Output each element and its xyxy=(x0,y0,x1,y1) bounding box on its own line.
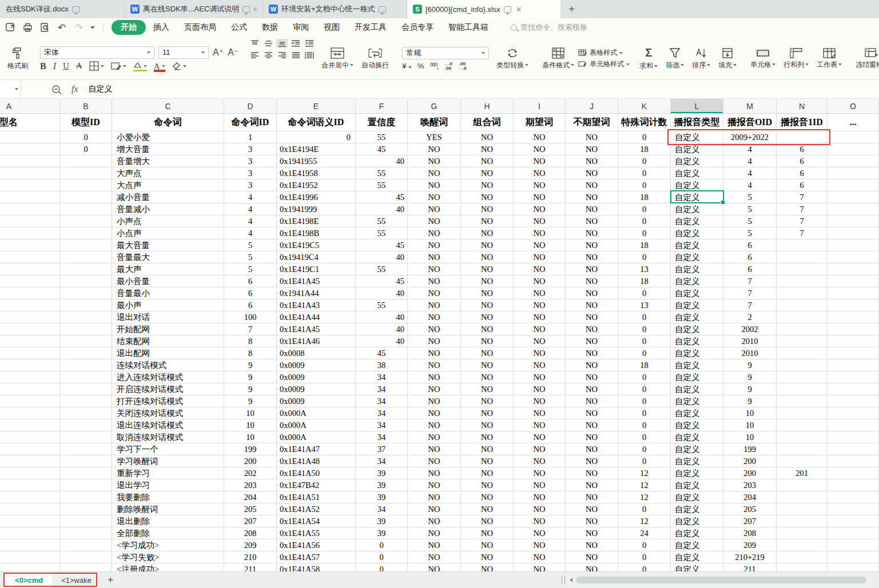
cell[interactable]: 12 xyxy=(618,491,671,503)
cell[interactable]: 连续对话模式 xyxy=(112,359,224,371)
cell[interactable]: 2010 xyxy=(723,335,777,347)
cell[interactable]: NO xyxy=(566,191,618,203)
worksheet-button[interactable]: 工作表 xyxy=(813,47,846,71)
cell[interactable]: 5 xyxy=(723,203,777,215)
monitor-icon[interactable] xyxy=(72,6,79,13)
cell[interactable] xyxy=(777,239,828,251)
cell[interactable] xyxy=(0,239,60,251)
strikethrough-button[interactable]: A xyxy=(76,61,82,71)
fill-button[interactable]: 填充 xyxy=(714,46,741,71)
font-size-select[interactable]: 11 xyxy=(158,46,209,59)
cell[interactable] xyxy=(60,419,112,431)
cell[interactable]: 200 xyxy=(224,455,277,467)
cell[interactable] xyxy=(828,491,879,503)
cell[interactable]: 自定义 xyxy=(671,347,723,359)
doc-tab-3[interactable]: W 环境安装+文档中心统一格式 xyxy=(263,0,407,18)
freeze-panes-button[interactable]: 冻结窗格 xyxy=(852,47,879,71)
menu-item-7[interactable]: 视图 xyxy=(316,20,347,35)
cell[interactable]: 自定义 xyxy=(671,191,723,203)
cell[interactable]: NO xyxy=(514,155,566,167)
cell[interactable]: NO xyxy=(408,311,461,323)
cell[interactable]: 最大音量 xyxy=(112,239,224,251)
bold-button[interactable]: B xyxy=(40,61,46,71)
cell[interactable] xyxy=(828,515,879,527)
cell[interactable]: 最大声 xyxy=(112,263,224,275)
wrap-text-button[interactable]: 自动换行 xyxy=(357,46,393,71)
cell[interactable] xyxy=(0,167,60,179)
cell[interactable] xyxy=(828,419,879,431)
cell[interactable]: 0x1E41A45 xyxy=(277,275,356,287)
cell[interactable]: 学习下一个 xyxy=(112,443,224,455)
cell[interactable]: NO xyxy=(514,299,566,311)
cell[interactable]: NO xyxy=(514,239,566,251)
cell[interactable]: 0 xyxy=(618,431,671,443)
menu-item-2[interactable]: 插入 xyxy=(146,20,177,35)
cell[interactable]: 0 xyxy=(618,323,671,335)
cell[interactable]: 39 xyxy=(356,527,408,539)
thousands-button[interactable]: 000, xyxy=(430,62,439,70)
cell[interactable] xyxy=(60,551,112,563)
cell[interactable]: NO xyxy=(408,299,461,311)
add-sheet-button[interactable]: + xyxy=(101,574,121,586)
cell[interactable]: NO xyxy=(514,167,566,179)
cell[interactable]: 7 xyxy=(777,191,828,203)
cell[interactable]: 自定义 xyxy=(671,371,723,383)
cell[interactable] xyxy=(777,527,828,539)
sort-button[interactable]: 排序 xyxy=(688,46,714,71)
cell[interactable]: 34 xyxy=(356,371,408,383)
undo-icon[interactable]: ↶ xyxy=(56,22,67,33)
align-right-button[interactable] xyxy=(276,51,288,60)
align-bottom-button[interactable] xyxy=(276,39,288,48)
align-top-button[interactable] xyxy=(249,39,260,48)
cell[interactable]: 55 xyxy=(356,167,408,179)
cell[interactable] xyxy=(0,263,60,275)
field-header[interactable]: 模型ID xyxy=(60,114,112,131)
cell[interactable] xyxy=(0,335,60,347)
cell[interactable]: 200 xyxy=(723,455,777,467)
cell[interactable]: 9 xyxy=(723,359,777,371)
cell[interactable]: NO xyxy=(566,407,618,419)
cell[interactable]: 结束配网 xyxy=(112,335,224,347)
cell[interactable]: NO xyxy=(566,467,618,479)
cell[interactable]: NO xyxy=(514,431,566,443)
cell[interactable]: NO xyxy=(514,443,566,455)
cell[interactable] xyxy=(828,311,879,323)
cell[interactable] xyxy=(60,263,112,275)
cell[interactable]: NO xyxy=(461,539,514,551)
cell[interactable] xyxy=(828,287,879,299)
cell[interactable]: 退出配网 xyxy=(112,347,224,359)
cell[interactable]: 音量最小 xyxy=(112,287,224,299)
cell[interactable]: 自定义 xyxy=(671,239,723,251)
cell[interactable]: NO xyxy=(566,203,618,215)
name-box[interactable] xyxy=(0,80,21,98)
cell[interactable]: 45 xyxy=(356,191,408,203)
cell[interactable]: NO xyxy=(408,467,461,479)
cell[interactable]: 0 xyxy=(618,311,671,323)
cell[interactable]: NO xyxy=(514,227,566,239)
cell[interactable]: 6 xyxy=(777,155,828,167)
cell[interactable]: 9 xyxy=(224,395,277,407)
cell[interactable]: 0x1E419C5 xyxy=(277,239,356,251)
cell[interactable]: NO xyxy=(566,239,618,251)
cell[interactable]: NO xyxy=(566,227,618,239)
cell[interactable]: 3 xyxy=(224,143,277,155)
cell[interactable]: 0 xyxy=(618,563,671,571)
cell[interactable]: NO xyxy=(461,335,514,347)
cell[interactable] xyxy=(0,179,60,191)
cell[interactable] xyxy=(0,551,60,563)
column-header-I[interactable]: I xyxy=(514,99,566,113)
cell[interactable]: NO xyxy=(461,551,514,563)
cell[interactable]: 18 xyxy=(618,191,671,203)
cell[interactable]: 0x0009 xyxy=(277,371,356,383)
cell[interactable]: NO xyxy=(461,347,514,359)
cell[interactable]: NO xyxy=(408,491,461,503)
cell[interactable]: 8 xyxy=(224,347,277,359)
cell[interactable]: 0 xyxy=(618,335,671,347)
zoom-formula-icon[interactable] xyxy=(51,83,62,95)
cell[interactable] xyxy=(60,179,112,191)
cell[interactable]: 0x19419C4 xyxy=(277,251,356,263)
cell[interactable]: NO xyxy=(514,419,566,431)
cell[interactable] xyxy=(828,467,879,479)
cell[interactable]: NO xyxy=(514,179,566,191)
cell[interactable]: NO xyxy=(566,323,618,335)
